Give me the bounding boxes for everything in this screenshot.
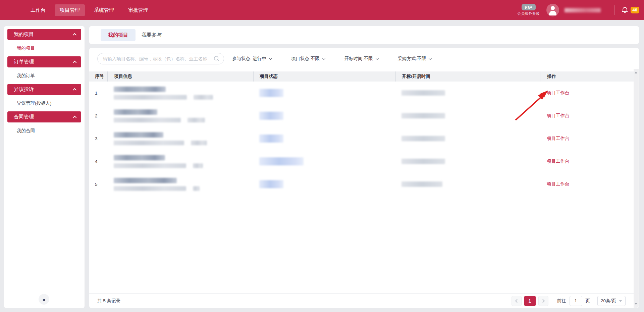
sidebar-group-objection-complaint[interactable]: 异议投诉 bbox=[7, 84, 81, 95]
row-serial: 2 bbox=[89, 113, 107, 118]
search-box bbox=[97, 53, 224, 64]
redacted-text bbox=[114, 95, 187, 100]
tab-i-want-to-participate[interactable]: 我要参与 bbox=[138, 29, 165, 41]
table-header: 序号 项目信息 项目状态 开标/开启时间 操作 bbox=[89, 71, 634, 82]
redacted-text bbox=[114, 87, 166, 92]
chevron-down-icon bbox=[269, 57, 272, 60]
open-time-redacted bbox=[395, 90, 540, 96]
avatar-body-icon bbox=[549, 11, 556, 15]
chevron-up-icon bbox=[73, 88, 76, 92]
topbar-right-cluster: VIP 会员服务升级 46 bbox=[518, 4, 639, 16]
sidebar-group-label: 我的项目 bbox=[14, 31, 34, 38]
table-row: 3 项目工作台 bbox=[89, 127, 634, 150]
filter-procurement-method[interactable]: 采购方式:不限 bbox=[398, 56, 432, 62]
nav-item-workbench[interactable]: 工作台 bbox=[25, 4, 51, 16]
top-nav: 工作台 项目管理 系统管理 审批管理 bbox=[25, 4, 153, 16]
table-row: 1 项目工作台 bbox=[89, 82, 634, 104]
sidebar-collapse-button[interactable]: « bbox=[39, 294, 49, 305]
sidebar-item-my-projects[interactable]: 我的项目 bbox=[4, 40, 85, 56]
redacted-text bbox=[114, 109, 157, 115]
col-header-project-status: 项目状态 bbox=[253, 71, 395, 82]
project-info-redacted bbox=[107, 155, 253, 168]
page-size-select[interactable]: 20条/页 bbox=[597, 296, 626, 306]
open-time-redacted bbox=[395, 113, 540, 118]
vertical-scrollbar[interactable] bbox=[634, 69, 639, 308]
sidebar-item-objection-management[interactable]: 异议管理(投标人) bbox=[4, 95, 85, 111]
top-bar: 工作台 项目管理 系统管理 审批管理 VIP 会员服务升级 46 bbox=[0, 0, 644, 20]
project-workbench-link[interactable]: 项目工作台 bbox=[547, 159, 570, 164]
project-workbench-link[interactable]: 项目工作台 bbox=[547, 181, 570, 187]
username-redacted[interactable] bbox=[565, 8, 601, 12]
filter-project-status[interactable]: 项目状态:不限 bbox=[291, 56, 325, 62]
page-size-value: 20条/页 bbox=[601, 298, 616, 304]
next-page-button[interactable] bbox=[538, 296, 548, 306]
redacted-text bbox=[401, 136, 445, 141]
chevron-down-icon bbox=[375, 57, 379, 60]
sidebar-group-contract-management[interactable]: 合同管理 bbox=[7, 111, 81, 122]
row-serial: 3 bbox=[89, 136, 107, 141]
nav-item-approval-management[interactable]: 审批管理 bbox=[123, 4, 153, 16]
project-workbench-link[interactable]: 项目工作台 bbox=[547, 113, 570, 118]
sidebar: 我的项目 我的项目 订单管理 我的订单 异议投诉 异议管理(投标人) 合同管理 … bbox=[4, 26, 85, 308]
redacted-text bbox=[193, 186, 200, 191]
redacted-text bbox=[114, 186, 186, 191]
chevron-down-icon bbox=[322, 57, 325, 60]
page-unit-label: 页 bbox=[586, 298, 590, 304]
project-workbench-link[interactable]: 项目工作台 bbox=[547, 136, 570, 141]
row-serial: 1 bbox=[89, 91, 107, 96]
redacted-text bbox=[114, 163, 186, 168]
redacted-text bbox=[187, 118, 205, 122]
prev-page-button[interactable] bbox=[512, 296, 522, 306]
scroll-up-icon[interactable] bbox=[635, 71, 637, 73]
col-header-serial: 序号 bbox=[89, 73, 107, 80]
redacted-text bbox=[401, 90, 445, 96]
chevron-right-icon bbox=[541, 299, 544, 303]
avatar[interactable] bbox=[546, 4, 559, 16]
page-number-button[interactable]: 1 bbox=[524, 296, 536, 306]
notifications[interactable]: 46 bbox=[621, 6, 639, 14]
project-info-redacted bbox=[107, 87, 253, 100]
filter-bid-opening-time[interactable]: 开标时间:不限 bbox=[344, 56, 378, 62]
redacted-text bbox=[401, 113, 445, 118]
sidebar-item-my-contracts[interactable]: 我的合同 bbox=[4, 122, 85, 139]
tabs-bar: 我的项目 我要参与 bbox=[89, 26, 639, 44]
open-time-redacted bbox=[395, 181, 540, 187]
project-status-redacted bbox=[253, 112, 395, 120]
sidebar-group-my-projects[interactable]: 我的项目 bbox=[7, 29, 81, 40]
col-header-project-info: 项目信息 bbox=[107, 71, 253, 82]
chevron-up-icon bbox=[73, 33, 76, 37]
chevron-down-icon bbox=[429, 57, 432, 60]
project-info-redacted bbox=[107, 132, 253, 145]
sidebar-group-label: 合同管理 bbox=[14, 114, 34, 120]
nav-item-system-management[interactable]: 系统管理 bbox=[89, 4, 119, 16]
filter-row: 参与状态: 进行中 项目状态:不限 开标时间:不限 采购方式:不限 bbox=[97, 53, 639, 64]
redacted-text bbox=[114, 155, 165, 160]
sidebar-group-label: 订单管理 bbox=[14, 59, 34, 65]
sidebar-item-my-orders[interactable]: 我的订单 bbox=[4, 67, 85, 84]
status-badge bbox=[259, 112, 283, 120]
project-status-redacted bbox=[253, 157, 395, 165]
vip-icon: VIP bbox=[522, 4, 536, 10]
project-workbench-link[interactable]: 项目工作台 bbox=[547, 90, 570, 95]
goto-page-input[interactable] bbox=[570, 296, 582, 306]
status-badge bbox=[259, 135, 283, 143]
vip-caption: 会员服务升级 bbox=[518, 11, 540, 16]
open-time-redacted bbox=[395, 159, 540, 164]
total-records: 共 5 条记录 bbox=[97, 298, 120, 304]
notification-count-badge[interactable]: 46 bbox=[631, 7, 639, 13]
project-info-redacted bbox=[107, 109, 253, 122]
project-info-redacted bbox=[107, 178, 253, 191]
sidebar-group-order-management[interactable]: 订单管理 bbox=[7, 56, 81, 67]
filter-participation-status[interactable]: 参与状态: 进行中 bbox=[232, 56, 272, 62]
main-panel: 参与状态: 进行中 项目状态:不限 开标时间:不限 采购方式:不限 序号 项目信… bbox=[89, 48, 639, 308]
open-time-redacted bbox=[395, 136, 540, 141]
vip-upgrade[interactable]: VIP 会员服务升级 bbox=[518, 4, 540, 16]
tab-my-projects[interactable]: 我的项目 bbox=[101, 29, 136, 41]
search-input[interactable] bbox=[97, 53, 224, 64]
nav-item-project-management[interactable]: 项目管理 bbox=[55, 4, 85, 16]
table-row: 2 项目工作台 bbox=[89, 104, 634, 127]
bell-icon[interactable] bbox=[621, 6, 629, 14]
search-icon[interactable] bbox=[214, 56, 220, 62]
redacted-text bbox=[114, 141, 184, 145]
scroll-down-icon[interactable] bbox=[635, 303, 637, 305]
